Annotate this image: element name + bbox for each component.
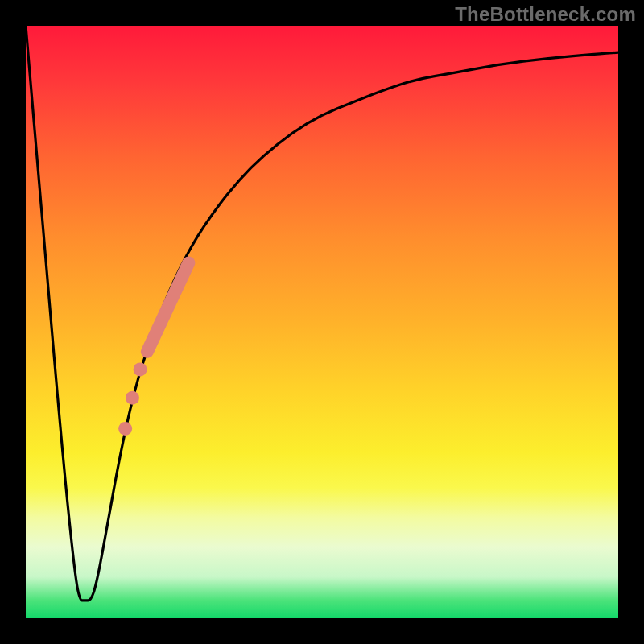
marker-dot-3 (118, 422, 132, 436)
bottleneck-curve (26, 26, 618, 601)
watermark-text: TheBottleneck.com (455, 3, 636, 26)
chart-svg (26, 26, 618, 618)
marker-segment (147, 262, 189, 351)
marker-dot-1 (134, 362, 147, 376)
chart-frame: TheBottleneck.com (0, 0, 644, 644)
marker-dot-2 (126, 391, 139, 405)
plot-area (26, 26, 618, 618)
